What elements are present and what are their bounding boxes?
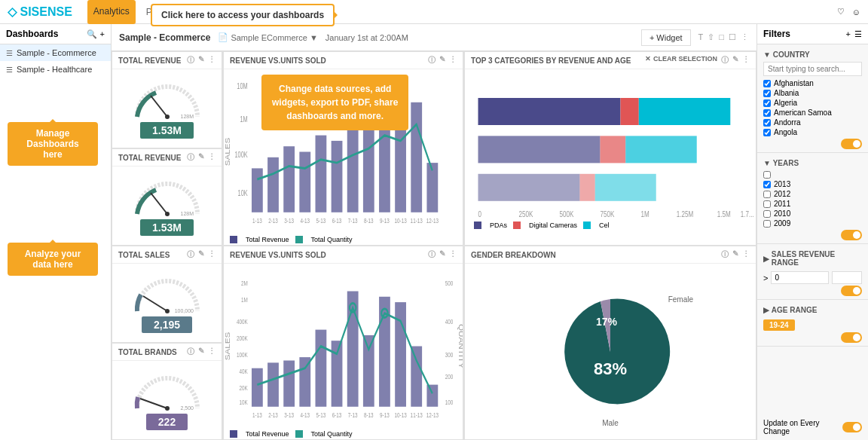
years-section-header[interactable]: ▼ YEARS (763, 156, 862, 170)
checkbox-2013[interactable] (763, 181, 771, 188)
main-layout: Dashboards 🔍 + ☰ Sample - Ecommerce ☰ Sa… (0, 24, 868, 440)
info-icon-3[interactable]: ⓘ (187, 249, 194, 260)
checkbox-american-samoa[interactable] (763, 109, 771, 117)
filter-section-country: ▼ COUNTRY Afghanistan Albania Algeria Am… (757, 44, 868, 153)
more-icon-7[interactable]: ⋮ (742, 55, 750, 66)
export-icon[interactable]: ⇧ (708, 32, 714, 42)
edit-icon-8[interactable]: ✎ (732, 249, 738, 260)
sidebar-item-ecommerce[interactable]: ☰ Sample - Ecommerce (0, 44, 111, 61)
info-icon-5[interactable]: ⓘ (428, 55, 436, 66)
country-filter-toggle[interactable] (841, 139, 862, 149)
filter-item-2013: 2013 (763, 179, 862, 189)
filter-item-algeria: Algeria (763, 98, 862, 108)
checkbox-2012[interactable] (763, 191, 771, 198)
widget-header-rev-units-1: REVENUE vs.UNITS SOLD ⓘ ✎ ⋮ (224, 52, 463, 69)
sidebar-item-healthcare[interactable]: ☰ Sample - Healthcare (0, 61, 111, 78)
tooltip-dashboards: Click here to access your dashboards (151, 4, 335, 26)
edit-icon[interactable]: ✎ (198, 55, 204, 66)
add-icon[interactable]: + (100, 29, 105, 39)
country-search-input[interactable] (763, 62, 862, 76)
more-icon-8[interactable]: ⋮ (742, 249, 750, 260)
age-range-toggle-area (763, 332, 862, 343)
comment-icon[interactable]: ☐ (729, 32, 736, 42)
checkbox-afghanistan[interactable] (763, 80, 771, 87)
bell-icon[interactable]: ♡ (837, 7, 845, 17)
svg-text:11-13: 11-13 (411, 217, 423, 225)
svg-text:4-13: 4-13 (300, 411, 310, 419)
edit-icon-6[interactable]: ✎ (439, 249, 445, 260)
age-range-section-header[interactable]: ▶ Age Range (763, 303, 862, 317)
sidebar-icons: 🔍 + (87, 29, 105, 39)
edit-icon-3[interactable]: ✎ (198, 249, 204, 260)
checkbox-2010[interactable] (763, 210, 771, 218)
widgets-area: TOTAL REVENUE ⓘ ✎ ⋮ (112, 51, 756, 440)
more-icon-5[interactable]: ⋮ (449, 55, 457, 66)
info-icon-7[interactable]: ⓘ (721, 55, 729, 66)
checkbox-angola[interactable] (763, 129, 771, 136)
clear-selection[interactable]: ✕ Clear Selection (645, 55, 717, 66)
more-icon-6[interactable]: ⋮ (449, 249, 457, 260)
legend-label-rev-2: Total Revenue (246, 430, 289, 438)
widget-icons-sales: ⓘ ✎ ⋮ (187, 249, 215, 260)
widget-total-revenue-2: TOTAL REVENUE ⓘ ✎ ⋮ (112, 148, 222, 246)
widget-total-brands: TOTAL BRANDS ⓘ ✎ ⋮ (112, 343, 222, 440)
svg-point-1 (165, 115, 170, 119)
left-column: TOTAL REVENUE ⓘ ✎ ⋮ (112, 51, 223, 440)
checkbox-algeria[interactable] (763, 99, 771, 107)
widget-icons-revenue-2: ⓘ ✎ ⋮ (187, 152, 215, 163)
edit-icon-4[interactable]: ✎ (198, 347, 204, 357)
more-icon[interactable]: ⋮ (741, 32, 749, 42)
sales-revenue-input-2[interactable] (832, 271, 862, 284)
search-icon[interactable]: 🔍 (87, 29, 97, 39)
sales-revenue-input[interactable] (771, 271, 829, 284)
svg-rect-84 (639, 98, 731, 125)
bar-chart-2: SALES QUANTITY 2M 1M 400K 200K 100K 40K … (224, 264, 463, 429)
checkbox-all-years[interactable] (763, 171, 771, 179)
more-icon-4[interactable]: ⋮ (208, 347, 215, 357)
svg-text:SALES: SALES (225, 137, 231, 166)
widget-body-sales: 100,000 2,195 (112, 264, 222, 342)
format-icon[interactable]: T (698, 32, 704, 42)
info-icon-4[interactable]: ⓘ (187, 347, 194, 357)
edit-icon-5[interactable]: ✎ (439, 55, 445, 66)
info-icon-6[interactable]: ⓘ (428, 249, 436, 260)
content-area: Sample - Ecommerce 📄 Sample ECommerce ▼ … (112, 24, 756, 440)
sales-revenue-section-header[interactable]: ▶ SALES REVENUE RANGE (763, 247, 862, 270)
svg-text:100K: 100K (234, 151, 247, 159)
more-icon[interactable]: ⋮ (208, 55, 215, 66)
filter-menu-icon[interactable]: ☰ (854, 29, 862, 39)
years-toggle-area (763, 230, 862, 240)
add-widget-button[interactable]: + Widget (641, 29, 691, 46)
svg-point-4 (165, 212, 170, 216)
info-icon-2[interactable]: ⓘ (187, 152, 194, 163)
info-icon-8[interactable]: ⓘ (721, 249, 729, 260)
more-icon-3[interactable]: ⋮ (208, 249, 215, 260)
country-section-header[interactable]: ▼ COUNTRY (763, 47, 862, 62)
years-filter-toggle[interactable] (841, 230, 862, 240)
widget-icons-top3: ✕ Clear Selection ⓘ ✎ ⋮ (645, 55, 750, 66)
widget-body-revenue-1: 128M 1.53M (112, 69, 222, 148)
label-algeria: Algeria (774, 99, 797, 107)
checkbox-2011[interactable] (763, 200, 771, 208)
svg-line-0 (151, 96, 167, 117)
edit-icon-7[interactable]: ✎ (732, 55, 738, 66)
checkbox-2009[interactable] (763, 220, 771, 228)
more-icon-2[interactable]: ⋮ (208, 152, 215, 163)
share-icon[interactable]: □ (719, 32, 724, 42)
sales-revenue-filter-toggle[interactable] (841, 286, 862, 296)
user-icon[interactable]: ☺ (852, 8, 860, 17)
checkbox-albania[interactable] (763, 90, 771, 97)
widget-icons-gender: ⓘ ✎ ⋮ (721, 249, 750, 260)
nav-analytics[interactable]: Analytics (87, 0, 136, 24)
add-filter-icon[interactable]: + (846, 29, 851, 39)
info-icon[interactable]: ⓘ (187, 55, 194, 66)
update-toggle[interactable] (842, 422, 862, 432)
checkbox-andorra[interactable] (763, 119, 771, 127)
gauge-revenue-2: 128M 1.53M (127, 173, 208, 239)
svg-text:100,000: 100,000 (174, 308, 193, 313)
svg-text:5-13: 5-13 (316, 411, 326, 419)
age-range-filter-toggle[interactable] (841, 332, 862, 343)
edit-icon-2[interactable]: ✎ (198, 152, 204, 163)
svg-text:2-13: 2-13 (268, 217, 278, 225)
svg-rect-87 (625, 136, 697, 163)
